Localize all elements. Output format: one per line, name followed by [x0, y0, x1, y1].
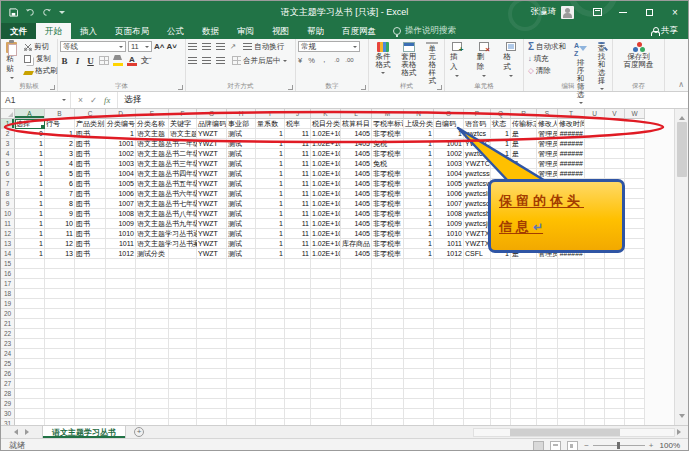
- horizontal-scrollbar[interactable]: [473, 426, 688, 438]
- column-header-F[interactable]: F: [169, 109, 197, 119]
- cell-M16[interactable]: [372, 269, 404, 279]
- cell-G9[interactable]: YWZT: [197, 199, 227, 209]
- column-header-Q[interactable]: Q: [491, 109, 511, 119]
- cell-H6[interactable]: 测试: [227, 169, 256, 179]
- cell-D14[interactable]: 1012: [106, 249, 136, 259]
- cell-Q28[interactable]: [491, 389, 511, 399]
- cell-R22[interactable]: [511, 329, 537, 339]
- comma-style-icon[interactable]: ，: [321, 55, 329, 65]
- cell-S21[interactable]: [537, 319, 558, 329]
- column-header-C[interactable]: C: [75, 109, 106, 119]
- cell-B20[interactable]: [45, 309, 75, 319]
- dialog-launcher-icon[interactable]: [288, 85, 293, 90]
- cell-F21[interactable]: [169, 319, 197, 329]
- cell-G23[interactable]: [197, 339, 227, 349]
- cell-T20[interactable]: [558, 309, 585, 319]
- cell-V24[interactable]: [605, 349, 625, 359]
- column-header-J[interactable]: J: [285, 109, 311, 119]
- cell-J17[interactable]: [285, 279, 311, 289]
- cell-K29[interactable]: [311, 399, 341, 409]
- cell-H4[interactable]: 测试: [227, 149, 256, 159]
- cell-Q17[interactable]: [491, 279, 511, 289]
- cell-G8[interactable]: YWZT: [197, 189, 227, 199]
- cell-C10[interactable]: 图书: [75, 209, 106, 219]
- cell-L12[interactable]: 1405: [341, 229, 372, 239]
- cell-M10[interactable]: 非零税率: [372, 209, 404, 219]
- cell-D31[interactable]: [106, 419, 136, 425]
- cell-M29[interactable]: [372, 399, 404, 409]
- cell-Q3[interactable]: 1: [491, 139, 511, 149]
- cell-I17[interactable]: [256, 279, 285, 289]
- cell-O23[interactable]: [434, 339, 464, 349]
- cell-W24[interactable]: [625, 349, 645, 359]
- cell-J24[interactable]: [285, 349, 311, 359]
- cell-V7[interactable]: [605, 179, 625, 189]
- cell-D29[interactable]: [106, 399, 136, 409]
- cell-M3[interactable]: 免税: [372, 139, 404, 149]
- cell-I14[interactable]: 1: [256, 249, 285, 259]
- cell-A9[interactable]: 1: [15, 199, 45, 209]
- cell-M5[interactable]: 免税: [372, 159, 404, 169]
- cell-B29[interactable]: [45, 399, 75, 409]
- cell-W4[interactable]: [625, 149, 645, 159]
- cell-L13[interactable]: 库存商品: [341, 239, 372, 249]
- cell-C15[interactable]: [75, 259, 106, 269]
- cell-W18[interactable]: [625, 289, 645, 299]
- cell-A8[interactable]: 1: [15, 189, 45, 199]
- cell-O12[interactable]: 1010: [434, 229, 464, 239]
- close-button[interactable]: ×: [662, 1, 688, 23]
- cell-L3[interactable]: 1405: [341, 139, 372, 149]
- cell-C3[interactable]: 图书: [75, 139, 106, 149]
- cell-I21[interactable]: [256, 319, 285, 329]
- row-header-5[interactable]: 5: [1, 159, 15, 169]
- cell-L19[interactable]: [341, 299, 372, 309]
- cell-S4[interactable]: 管理员: [537, 149, 558, 159]
- cell-K4[interactable]: 1.02E+10: [311, 149, 341, 159]
- font-size-select[interactable]: 11: [128, 41, 152, 52]
- cell-H5[interactable]: 测试: [227, 159, 256, 169]
- conditional-formatting-button[interactable]: 条件格式: [371, 41, 395, 82]
- cell-L21[interactable]: [341, 319, 372, 329]
- zoom-level[interactable]: 100%: [660, 441, 680, 450]
- cell-S8[interactable]: 管理员: [537, 189, 558, 199]
- cell-P5[interactable]: YWZTCSS: [464, 159, 491, 169]
- shrink-font-button[interactable]: A˅: [166, 43, 176, 50]
- cell-B14[interactable]: 13: [45, 249, 75, 259]
- cell-Q19[interactable]: [491, 299, 511, 309]
- cell-A7[interactable]: 1: [15, 179, 45, 189]
- cell-C11[interactable]: 图书: [75, 219, 106, 229]
- cell-T21[interactable]: [558, 319, 585, 329]
- minimize-button[interactable]: [610, 1, 636, 23]
- cell-D12[interactable]: 1010: [106, 229, 136, 239]
- cell-N20[interactable]: [404, 309, 434, 319]
- cell-V5[interactable]: [605, 159, 625, 169]
- cell-C17[interactable]: [75, 279, 106, 289]
- cell-N21[interactable]: [404, 319, 434, 329]
- cell-V15[interactable]: [605, 259, 625, 269]
- row-header-9[interactable]: 9: [1, 199, 15, 209]
- row-header-12[interactable]: 12: [1, 229, 15, 239]
- cell-K7[interactable]: 1.02E+10: [311, 179, 341, 189]
- row-header-7[interactable]: 7: [1, 179, 15, 189]
- cell-Q10[interactable]: 1: [491, 209, 511, 219]
- cell-D5[interactable]: 1003: [106, 159, 136, 169]
- row-header-6[interactable]: 6: [1, 169, 15, 179]
- cell-P11[interactable]: ywztcsjnj: [464, 219, 491, 229]
- row-header-2[interactable]: 2: [1, 129, 15, 139]
- cell-B26[interactable]: [45, 369, 75, 379]
- cell-Q30[interactable]: [491, 409, 511, 419]
- grow-font-button[interactable]: A˄: [154, 43, 164, 50]
- cell-A18[interactable]: [15, 289, 45, 299]
- cell-R10[interactable]: 是: [511, 209, 537, 219]
- cell-P17[interactable]: [464, 279, 491, 289]
- cell-W21[interactable]: [625, 319, 645, 329]
- cell-Q27[interactable]: [491, 379, 511, 389]
- cell-P31[interactable]: [464, 419, 491, 425]
- cell-J5[interactable]: 11: [285, 159, 311, 169]
- zoom-out-button[interactable]: −: [584, 441, 589, 450]
- select-all-corner[interactable]: [1, 109, 15, 119]
- cell-T25[interactable]: [558, 359, 585, 369]
- dialog-launcher-icon[interactable]: [178, 85, 183, 90]
- cell-U15[interactable]: [585, 259, 605, 269]
- find-select-button[interactable]: 查找和选择: [593, 41, 610, 82]
